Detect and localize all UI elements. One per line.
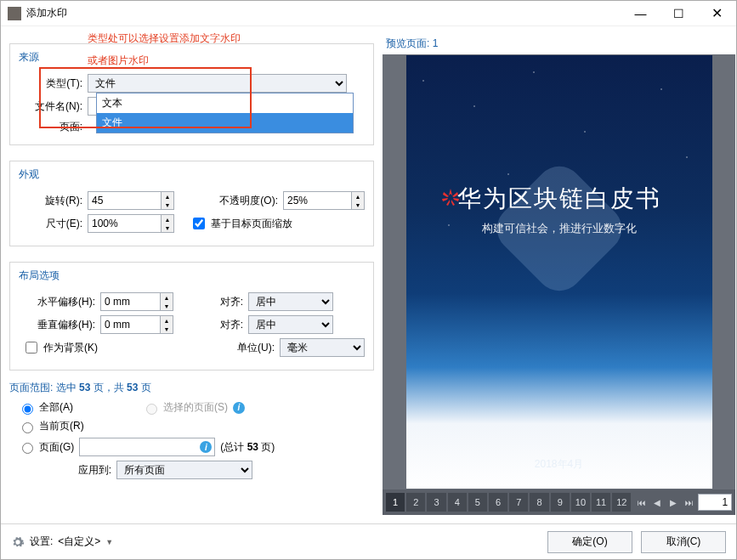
spin-up-icon[interactable]: ▲ [352, 192, 364, 201]
spin-down-icon[interactable]: ▼ [162, 201, 173, 209]
page-thumb[interactable]: 9 [551, 493, 570, 512]
type-select[interactable]: 文件 [88, 74, 347, 93]
pages-input[interactable] [79, 438, 215, 456]
unit-label: 单位(U): [228, 341, 275, 355]
nav-first-icon[interactable]: ⏮ [634, 493, 649, 512]
spin-down-icon[interactable]: ▼ [162, 223, 173, 232]
size-label: 尺寸(E): [19, 217, 82, 231]
filename-label: 文件名(N): [19, 99, 82, 114]
hoffset-spinner[interactable]: ▲▼ [100, 292, 173, 311]
nav-page-input[interactable] [698, 494, 732, 511]
valign-select[interactable]: 居中 [248, 315, 333, 334]
radio-current[interactable]: 当前页(R) [18, 419, 84, 433]
settings-label: 设置: [30, 535, 53, 549]
radio-pages[interactable]: 页面(G) [18, 440, 74, 455]
nav-next-icon[interactable]: ▶ [666, 493, 681, 512]
spin-down-icon[interactable]: ▼ [161, 325, 173, 333]
cancel-button[interactable]: 取消(C) [641, 531, 726, 553]
opacity-input[interactable] [283, 191, 351, 210]
settings-value: <自定义> [58, 535, 100, 549]
apply-select[interactable]: 所有页面 [116, 461, 252, 479]
halign-select[interactable]: 居中 [248, 292, 333, 311]
spin-up-icon[interactable]: ▲ [162, 192, 173, 201]
rotate-spinner[interactable]: ▲▼ [88, 191, 174, 210]
type-option-text[interactable]: 文本 [97, 93, 353, 113]
unit-select[interactable]: 毫米 [280, 338, 365, 357]
valign-label: 对齐: [209, 318, 243, 332]
scale-checkbox[interactable]: 基于目标页面缩放 [190, 215, 292, 232]
doc-date: 2018年4月 [406, 457, 712, 472]
doc-subtitle: 构建可信社会，推进行业数字化 [406, 221, 712, 236]
spin-down-icon[interactable]: ▼ [352, 201, 364, 209]
halign-label: 对齐: [209, 295, 243, 309]
page-thumb[interactable]: 12 [612, 493, 631, 512]
voffset-spinner[interactable]: ▲▼ [100, 315, 173, 334]
window-title: 添加水印 [26, 6, 621, 20]
type-option-file[interactable]: 文件 [97, 113, 353, 133]
page-thumb[interactable]: 5 [468, 493, 487, 512]
minimize-button[interactable]: — [621, 1, 660, 26]
voffset-label: 垂直偏移(H): [19, 318, 95, 332]
source-title: 来源 [15, 50, 43, 65]
opacity-label: 不透明度(O): [201, 194, 278, 208]
radio-selected[interactable]: 选择的页面(S) [142, 400, 228, 415]
layout-group: 布局选项 水平偏移(H): ▲▼ 对齐: 居中 垂直偏移(H): ▲▼ [9, 262, 374, 371]
pages-count: (总计 53 页) [220, 440, 275, 455]
preview-page[interactable]: 华为区块链白皮书 构建可信社会，推进行业数字化 2018年4月 [406, 55, 712, 489]
page-thumb[interactable]: 6 [489, 493, 507, 512]
gear-icon [11, 535, 25, 549]
page-thumb[interactable]: 1 [386, 493, 405, 512]
ok-button[interactable]: 确定(O) [547, 531, 632, 553]
appearance-title: 外观 [15, 167, 43, 182]
voffset-input[interactable] [100, 315, 160, 334]
rotate-label: 旋转(R): [19, 194, 82, 208]
size-input[interactable] [88, 214, 161, 233]
page-thumb[interactable]: 3 [427, 493, 445, 512]
spin-up-icon[interactable]: ▲ [161, 293, 173, 302]
type-label: 类型(T): [19, 76, 82, 91]
page-range-section: 页面范围: 选中 53 页，共 53 页 全部(A) 选择的页面(S) i [9, 377, 374, 484]
preview-area: 华为区块链白皮书 构建可信社会，推进行业数字化 2018年4月 [383, 54, 735, 489]
spin-up-icon[interactable]: ▲ [162, 215, 173, 223]
page-thumb[interactable]: 2 [406, 493, 425, 512]
nav-last-icon[interactable]: ⏭ [682, 493, 696, 512]
red-annotation-text: 类型处可以选择设置添加文字水印 或者图片水印 [88, 26, 241, 71]
chevron-down-icon: ▼ [105, 538, 113, 546]
spin-up-icon[interactable]: ▲ [161, 316, 173, 325]
hoffset-input[interactable] [100, 292, 160, 311]
close-button[interactable]: ✕ [698, 1, 736, 26]
range-title: 页面范围: 选中 53 页，共 53 页 [9, 381, 374, 395]
hoffset-label: 水平偏移(H): [19, 295, 95, 309]
nav-prev-icon[interactable]: ◀ [650, 493, 665, 512]
apply-label: 应用到: [9, 463, 111, 478]
page-thumb[interactable]: 4 [448, 493, 467, 512]
background-checkbox[interactable]: 作为背景(K) [22, 339, 98, 356]
page-thumb[interactable]: 10 [571, 493, 590, 512]
size-spinner[interactable]: ▲▼ [88, 214, 174, 233]
settings-dropdown[interactable]: 设置: <自定义> ▼ [11, 535, 539, 549]
type-dropdown-popup: 文本 文件 [96, 93, 354, 133]
radio-all[interactable]: 全部(A) [18, 400, 137, 415]
page-thumb[interactable]: 7 [509, 493, 528, 512]
maximize-button[interactable]: ☐ [660, 1, 698, 26]
add-watermark-dialog: 添加水印 — ☐ ✕ 类型处可以选择设置添加文字水印 或者图片水印 文本 文件 … [0, 0, 737, 560]
appearance-group: 外观 旋转(R): ▲▼ 不透明度(O): ▲▼ 尺寸(E): [9, 161, 374, 246]
info-icon: i [233, 402, 245, 414]
page-thumb[interactable]: 8 [530, 493, 548, 512]
page-thumb[interactable]: 11 [592, 493, 610, 512]
doc-title: 华为区块链白皮书 [406, 183, 712, 215]
titlebar: 添加水印 — ☐ ✕ [1, 1, 736, 26]
app-icon [8, 7, 21, 20]
rotate-input[interactable] [88, 191, 161, 210]
dialog-footer: 设置: <自定义> ▼ 确定(O) 取消(C) [1, 523, 736, 559]
spin-down-icon[interactable]: ▼ [161, 302, 173, 310]
preview-title: 预览页面: 1 [383, 35, 735, 54]
page-label: 页面: [19, 120, 82, 134]
opacity-spinner[interactable]: ▲▼ [283, 191, 365, 210]
pager: 1 2 3 4 5 6 7 8 9 10 11 12 ⏮ ◀ ▶ ⏭ [383, 489, 735, 515]
layout-title: 布局选项 [15, 269, 63, 283]
